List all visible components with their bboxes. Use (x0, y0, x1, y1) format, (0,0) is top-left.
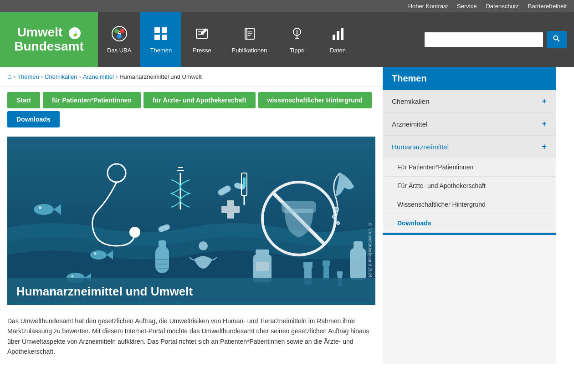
svg-point-4 (117, 34, 122, 39)
search-form (417, 12, 574, 67)
svg-point-21 (296, 33, 297, 35)
nav-tipps[interactable]: Tipps (277, 12, 318, 67)
sidebar-humanarzneimittel-label: Humanarzneimittel (392, 143, 449, 151)
nav-das-uba[interactable]: 5 Das UBA (98, 12, 140, 67)
search-button[interactable] (547, 31, 567, 48)
nav-das-uba-label: Das UBA (107, 47, 131, 54)
nav-tipps-label: Tipps (290, 47, 304, 54)
breadcrumb-arzneimittel[interactable]: Arzneimittel (83, 73, 114, 80)
main-layout: ⌂ › Themen › Chemikalien › Arzneimittel … (0, 67, 574, 364)
themen-icon (153, 25, 169, 44)
tab-downloads[interactable]: Downloads (7, 111, 60, 127)
sidebar-item-wissenschaft[interactable]: Wissenschaftlicher Hintergrund (383, 195, 556, 214)
search-input[interactable] (425, 32, 543, 47)
page-tabs: Start für Patienten*Patientinnen für Ärz… (0, 87, 383, 133)
sidebar-arzneimittel-expand-icon: + (542, 119, 547, 129)
sidebar-humanarzneimittel-header[interactable]: Humanarzneimittel + (383, 136, 556, 158)
svg-rect-5 (154, 27, 160, 33)
svg-rect-62 (256, 262, 269, 271)
sidebar-item-aerzte[interactable]: Für Ärzte- und Apothekerschaft (383, 177, 556, 195)
svg-point-33 (94, 253, 97, 255)
nav-publikationen-label: Publikationen (231, 47, 267, 54)
sidebar-section-chemikalien: Chemikalien + (383, 90, 556, 113)
svg-rect-73 (337, 271, 343, 276)
svg-point-2 (120, 29, 124, 33)
svg-rect-56 (159, 240, 166, 248)
sidebar-chemikalien-expand-icon: + (542, 97, 547, 106)
svg-point-67 (337, 222, 339, 224)
das-uba-icon: 5 (111, 25, 128, 44)
svg-rect-69 (303, 262, 313, 268)
svg-rect-61 (256, 249, 269, 257)
svg-rect-22 (333, 35, 335, 40)
logo-leaf-icon (69, 27, 81, 39)
svg-rect-24 (341, 28, 343, 40)
daten-icon (330, 25, 346, 44)
svg-rect-50 (243, 178, 246, 187)
sidebar-item-patienten[interactable]: Für Patienten*Patientinnen (383, 158, 556, 177)
svg-point-54 (199, 241, 208, 250)
svg-rect-70 (323, 264, 329, 280)
svg-rect-53 (283, 203, 315, 212)
main-nav: 5 Das UBA Themen (98, 12, 574, 67)
svg-line-26 (558, 40, 560, 42)
logo-text: Umwelt Bundesamt (14, 25, 83, 54)
sidebar-arzneimittel-label: Arzneimittel (392, 120, 427, 128)
nav-themen[interactable]: Themen (140, 12, 181, 67)
sidebar-arzneimittel-header[interactable]: Arzneimittel + (383, 113, 556, 135)
header: Umwelt Bundesamt 5 Das UBA (0, 12, 574, 67)
sidebar-chemikalien-label: Chemikalien (392, 97, 430, 105)
breadcrumb: ⌂ › Themen › Chemikalien › Arzneimittel … (0, 67, 383, 87)
datenschutz-link[interactable]: Datenschutz (486, 3, 518, 10)
presse-icon (194, 25, 210, 44)
svg-rect-6 (162, 27, 167, 33)
content-area: ⌂ › Themen › Chemikalien › Arzneimittel … (0, 67, 383, 364)
publikationen-icon (241, 25, 258, 44)
svg-rect-74 (350, 248, 366, 280)
svg-rect-71 (323, 260, 330, 266)
sidebar-title: Themen (383, 67, 556, 90)
svg-point-30 (39, 206, 41, 209)
svg-point-25 (554, 36, 558, 40)
svg-rect-64 (221, 206, 240, 213)
breadcrumb-themen[interactable]: Themen (17, 73, 39, 80)
svg-point-31 (90, 250, 107, 260)
svg-point-3 (114, 29, 119, 33)
svg-rect-7 (154, 35, 160, 40)
svg-point-36 (72, 275, 74, 278)
top-bar: Hoher Kontrast Service Datenschutz Barri… (0, 0, 574, 12)
sidebar-chemikalien-header[interactable]: Chemikalien + (383, 90, 556, 112)
logo[interactable]: Umwelt Bundesamt (0, 12, 98, 67)
nav-daten[interactable]: Daten (318, 12, 359, 67)
barrierefreiheit-link[interactable]: Barrierefreiheit (528, 3, 567, 10)
hoher-kontrast-link[interactable]: Hoher Kontrast (408, 3, 448, 10)
tipps-icon (289, 25, 305, 44)
hero-image: Humanarzneimittel und Umwelt © Umweltbun… (7, 137, 375, 305)
svg-rect-75 (354, 241, 363, 250)
sidebar-humanarzneimittel-subsection: Für Patienten*Patientinnen Für Ärzte- un… (383, 158, 556, 233)
sidebar-section-arzneimittel: Arzneimittel + (383, 113, 556, 136)
svg-point-41 (129, 227, 140, 238)
sidebar-item-downloads[interactable]: Downloads (383, 214, 556, 233)
nav-daten-label: Daten (330, 47, 346, 54)
tab-wissenschaft[interactable]: wissenschaftlicher Hintergrund (258, 92, 372, 108)
nav-presse-label: Presse (193, 47, 211, 54)
page-description: Das Umweltbundesamt hat den gesetzlichen… (0, 309, 383, 364)
tab-start[interactable]: Start (7, 92, 40, 108)
sidebar-section-humanarzneimittel: Humanarzneimittel + Für Patienten*Patien… (383, 136, 556, 233)
breadcrumb-chemikalien[interactable]: Chemikalien (45, 73, 77, 80)
nav-presse[interactable]: Presse (181, 12, 222, 67)
sidebar: Themen Chemikalien + Arzneimittel + Huma… (383, 67, 556, 364)
svg-rect-23 (337, 31, 339, 40)
svg-point-66 (333, 215, 336, 219)
service-link[interactable]: Service (457, 3, 477, 10)
tab-patienten[interactable]: für Patienten*Patientinnen (43, 92, 141, 108)
tab-aerzte[interactable]: für Ärzte- und Apothekerschaft (144, 92, 256, 108)
breadcrumb-home-icon[interactable]: ⌂ (7, 72, 12, 81)
svg-point-65 (334, 207, 338, 212)
nav-themen-label: Themen (150, 47, 172, 54)
sidebar-humanarzneimittel-expand-icon: + (542, 142, 547, 152)
svg-rect-8 (162, 35, 167, 40)
nav-publikationen[interactable]: Publikationen (222, 12, 276, 67)
hero-copyright: © Umweltbundesamt 2024 (368, 222, 373, 278)
